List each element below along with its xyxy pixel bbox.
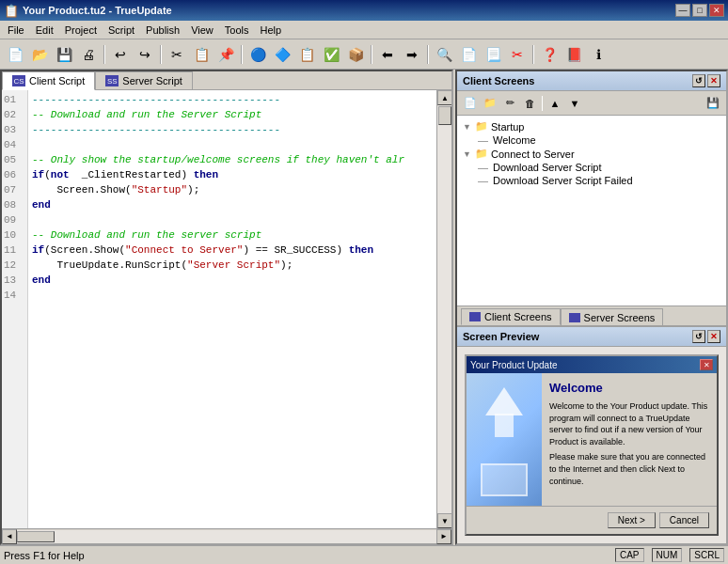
vertical-scrollbar[interactable]: ▲ ▼ [436, 90, 451, 528]
app-icon: 📋 [4, 4, 19, 18]
cut-button[interactable]: ✂ [166, 43, 188, 66]
screen-tabs: Client Screens Server Screens [457, 306, 726, 325]
open-button[interactable]: 📂 [28, 43, 51, 66]
tab-server-screens[interactable]: Server Screens [561, 308, 664, 325]
menu-tools[interactable]: Tools [219, 23, 255, 38]
dialog-footer: Next > Cancel [467, 506, 717, 534]
toolbar: 📄 📂 💾 🖨 ↩ ↪ ✂ 📋 📌 🔵 🔷 📋 ✅ 📦 ⬅ ➡ 🔍 📄 📃 ✂ … [0, 39, 728, 70]
panel-title-group: Client Screens [463, 75, 534, 86]
preview-refresh-button[interactable]: ↺ [692, 330, 705, 343]
window-title: Your Product.tu2 - TrueUpdate [23, 5, 172, 16]
cs-down-btn[interactable]: ▼ [565, 94, 584, 113]
tb-btn3[interactable]: 📋 [295, 43, 318, 66]
minimize-button[interactable]: — [675, 4, 690, 17]
menu-view[interactable]: View [185, 23, 219, 38]
cs-delete-btn[interactable]: 🗑 [520, 94, 539, 113]
menu-publish[interactable]: Publish [140, 23, 185, 38]
title-bar-left: 📋 Your Product.tu2 - TrueUpdate [4, 4, 172, 18]
tb-btn13[interactable]: ℹ [587, 43, 609, 66]
scroll-up-button[interactable]: ▲ [437, 90, 451, 105]
tab-client-script[interactable]: CS Client Script [2, 71, 95, 90]
cs-up-btn[interactable]: ▲ [546, 94, 564, 113]
tb-btn10[interactable]: 📃 [482, 43, 504, 66]
dialog-cancel-button[interactable]: Cancel [659, 512, 709, 528]
scroll-left-button[interactable]: ◄ [2, 529, 17, 544]
panel-controls: ↺ ✕ [692, 74, 720, 87]
screen-tree-view[interactable]: ▼ 📁 Startup — Welcome ▼ 📁 Connect to Ser… [457, 116, 726, 306]
tb-btn11[interactable]: ✂ [506, 43, 529, 66]
tree-item-welcome[interactable]: — Welcome [476, 133, 722, 147]
tb-btn8[interactable]: 🔍 [433, 43, 455, 66]
menu-help[interactable]: Help [255, 23, 288, 38]
right-panel: Client Screens ↺ ✕ 📄 📁 ✏ 🗑 ▲ ▼ 💾 [455, 70, 728, 545]
tab-client-screens[interactable]: Client Screens [461, 308, 561, 325]
h-scroll-thumb[interactable] [17, 531, 55, 542]
copy-button[interactable]: 📋 [190, 43, 213, 66]
dialog-next-button[interactable]: Next > [608, 512, 656, 528]
status-num: NUM [652, 548, 683, 562]
client-script-icon: CS [12, 75, 25, 86]
scroll-thumb[interactable] [438, 106, 451, 125]
horizontal-scrollbar[interactable]: ◄ ► [2, 528, 451, 543]
maximize-button[interactable]: □ [692, 4, 707, 17]
tree-item-connect[interactable]: ▼ 📁 Connect to Server [461, 147, 722, 161]
tree-item-download-server[interactable]: — Download Server Script [476, 161, 722, 174]
dialog-titlebar: Your Product Update ✕ [467, 356, 717, 373]
folder-icon-connect: 📁 [475, 148, 488, 160]
cs-new-btn[interactable]: 📄 [461, 94, 480, 113]
tab-server-script[interactable]: SS Server Script [95, 71, 193, 89]
code-line-10: -- Download and run the server script [32, 227, 433, 243]
scroll-track[interactable] [437, 105, 451, 513]
scroll-down-button[interactable]: ▼ [437, 513, 451, 528]
print-button[interactable]: 🖨 [77, 43, 100, 66]
preview-close-button[interactable]: ✕ [707, 330, 720, 343]
toolbar-sep-3 [241, 45, 243, 64]
code-editor-panel: CS Client Script SS Server Script 010203… [0, 70, 453, 545]
tb-btn7[interactable]: ➡ [401, 43, 423, 66]
menu-script[interactable]: Script [103, 23, 140, 38]
menu-project[interactable]: Project [59, 23, 103, 38]
cs-add-btn[interactable]: 📁 [481, 94, 499, 113]
paste-button[interactable]: 📌 [214, 43, 237, 66]
new-button[interactable]: 📄 [4, 43, 26, 66]
tb-btn4[interactable]: ✅ [320, 43, 342, 66]
tree-item-startup[interactable]: ▼ 📁 Startup [461, 119, 722, 133]
code-line-12: TrueUpdate.RunScript("Server Script"); [32, 258, 433, 273]
tb-btn6[interactable]: ⬅ [376, 43, 399, 66]
cs-save-btn[interactable]: 💾 [704, 94, 722, 113]
menu-file[interactable]: File [2, 23, 30, 38]
scroll-right-button[interactable]: ► [436, 529, 451, 544]
screen-tab-server-label: Server Screens [584, 312, 656, 323]
client-screens-panel: Client Screens ↺ ✕ 📄 📁 ✏ 🗑 ▲ ▼ 💾 [457, 71, 726, 327]
tab-server-label: Server Script [122, 75, 182, 86]
client-screens-tab-icon [469, 312, 481, 321]
cs-edit-btn[interactable]: ✏ [500, 94, 519, 113]
tab-client-label: Client Script [29, 75, 85, 86]
dialog-close-button[interactable]: ✕ [700, 359, 713, 370]
close-button[interactable]: ✕ [709, 4, 724, 17]
tb-btn9[interactable]: 📄 [457, 43, 480, 66]
toolbar-sep-5 [427, 45, 429, 64]
tb-btn1[interactable]: 🔵 [246, 43, 269, 66]
line-numbers: 01020304 05060708 09101112 1314 [2, 90, 28, 528]
undo-button[interactable]: ↩ [109, 43, 132, 66]
expand-startup: ▼ [463, 122, 472, 132]
save-button[interactable]: 💾 [53, 43, 75, 66]
tb-btn12[interactable]: 📕 [562, 43, 585, 66]
tb-btn2[interactable]: 🔷 [271, 43, 293, 66]
tree-item-download-failed[interactable]: — Download Server Script Failed [476, 174, 722, 187]
help-button[interactable]: ❓ [538, 43, 561, 66]
toolbar-sep-4 [371, 45, 372, 64]
redo-button[interactable]: ↪ [134, 43, 156, 66]
panel-close-button[interactable]: ✕ [707, 74, 720, 87]
tree-dash-failed: — [478, 175, 488, 186]
code-content[interactable]: ----------------------------------------… [28, 90, 436, 528]
menu-edit[interactable]: Edit [30, 23, 59, 38]
h-scroll-track[interactable] [17, 530, 436, 543]
code-line-8: end [32, 197, 433, 212]
dialog-heading: Welcome [549, 381, 709, 395]
tb-btn5[interactable]: 📦 [344, 43, 367, 66]
screen-preview-panel: Screen Preview ↺ ✕ Your Product Update ✕ [457, 327, 726, 543]
panel-refresh-button[interactable]: ↺ [692, 74, 705, 87]
dialog-para2: Please make sure that you are connected … [549, 451, 709, 487]
